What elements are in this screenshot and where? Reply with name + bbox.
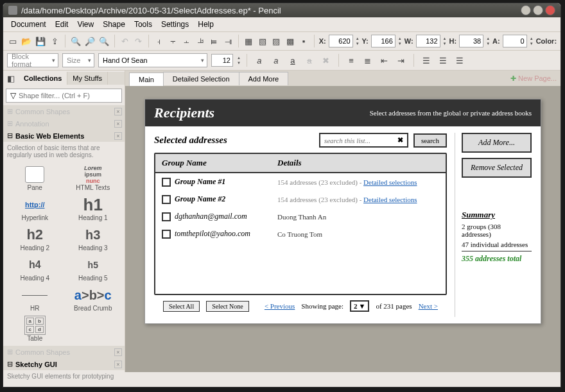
indent-left-icon[interactable]: ⇤ <box>378 54 391 67</box>
block-format-combo[interactable]: Block format <box>7 53 58 67</box>
shape-hr[interactable]: HR <box>8 284 62 313</box>
detailed-link[interactable]: Detailed selections <box>363 196 417 203</box>
a-down[interactable]: ▼ <box>530 41 534 46</box>
shape-h5[interactable]: h5Heading 5 <box>67 254 120 283</box>
search-input[interactable] <box>324 137 395 144</box>
fontsize-down[interactable]: ▼ <box>237 60 241 65</box>
search-box[interactable]: ✖ <box>319 133 408 148</box>
close-icon[interactable]: × <box>114 132 122 140</box>
send-backward-icon[interactable]: ▨ <box>271 35 282 47</box>
new-page-button[interactable]: ✚New Page... <box>510 74 557 83</box>
close-icon[interactable]: × <box>114 120 122 128</box>
section-common-2[interactable]: ⊞ Common Shapes × <box>3 346 125 358</box>
tab-detailed[interactable]: Detailed Selection <box>163 72 239 85</box>
x-down[interactable]: ▼ <box>356 41 360 46</box>
menu-settings[interactable]: Settings <box>157 19 193 30</box>
row-checkbox[interactable] <box>162 230 171 239</box>
panel-toggle-icon[interactable]: ◧ <box>4 72 17 85</box>
shape-filter-input[interactable] <box>19 92 117 99</box>
section-common[interactable]: ⊞ Common Shapes × <box>3 105 125 117</box>
add-more-button[interactable]: Add More... <box>462 133 532 153</box>
h-up[interactable]: ▲ <box>486 36 490 41</box>
tab-my-stuffs[interactable]: My Stuffs <box>67 72 108 85</box>
bring-front-icon[interactable]: ▦ <box>243 35 254 47</box>
text-left-icon[interactable]: ☰ <box>420 54 433 67</box>
undo-icon[interactable]: ↶ <box>119 35 130 47</box>
list-number-icon[interactable]: ≣ <box>361 54 374 67</box>
close-icon[interactable]: × <box>114 108 122 115</box>
align-right-icon[interactable]: ⫠ <box>181 35 192 47</box>
section-sketchy[interactable]: ⊟ Sketchy GUI × <box>3 358 125 370</box>
prev-link[interactable]: < Previous <box>265 302 295 310</box>
list-bullet-icon[interactable]: ≡ <box>345 54 358 67</box>
shape-html-texts[interactable]: LoremipsumnuncHTML Texts <box>67 164 120 192</box>
text-center-icon[interactable]: ☰ <box>437 54 449 67</box>
export-icon[interactable]: ⇪ <box>49 35 60 47</box>
shape-h3[interactable]: h3Heading 3 <box>67 224 120 253</box>
row-checkbox[interactable] <box>162 195 171 204</box>
fontsize-input[interactable] <box>211 54 233 67</box>
next-link[interactable]: Next > <box>419 302 438 310</box>
font-combo[interactable]: Hand Of Sean <box>98 53 207 67</box>
y-input[interactable] <box>371 35 396 47</box>
y-down[interactable]: ▼ <box>398 41 402 46</box>
text-right-icon[interactable]: ☰ <box>453 54 466 67</box>
shape-h4[interactable]: h4Heading 4 <box>8 254 62 283</box>
open-icon[interactable]: 📂 <box>21 35 32 47</box>
w-up[interactable]: ▲ <box>443 36 447 41</box>
shape-filter[interactable]: ▽ <box>6 89 122 103</box>
canvas[interactable]: Recipients Select addresses from the glo… <box>125 86 561 372</box>
a-up[interactable]: ▲ <box>530 36 534 41</box>
strike-icon[interactable]: a <box>303 54 316 67</box>
maximize-button[interactable] <box>533 5 543 15</box>
search-button[interactable]: search <box>413 133 447 148</box>
menu-document[interactable]: Document <box>7 19 50 30</box>
row-checkbox[interactable] <box>162 212 171 221</box>
shape-table[interactable]: abcdTable <box>8 314 62 343</box>
clear-format-icon[interactable]: ✖ <box>320 54 333 67</box>
close-button[interactable] <box>545 5 555 15</box>
detailed-link[interactable]: Detailed selections <box>363 178 417 186</box>
zoom-out-icon[interactable]: 🔍 <box>98 35 110 47</box>
bold-icon[interactable]: a <box>253 54 266 67</box>
size-combo[interactable]: Size <box>62 53 94 67</box>
underline-icon[interactable]: a <box>286 54 299 67</box>
shape-h2[interactable]: h2Heading 2 <box>8 224 62 253</box>
select-none-button[interactable]: Select None <box>206 301 249 312</box>
fontsize-up[interactable]: ▲ <box>237 55 241 60</box>
bring-forward-icon[interactable]: ▧ <box>257 35 268 47</box>
shape-h1[interactable]: h1Heading 1 <box>67 194 120 223</box>
zoom-reset-icon[interactable]: 🔎 <box>84 35 96 47</box>
row-checkbox[interactable] <box>162 178 171 187</box>
y-up[interactable]: ▲ <box>398 36 402 41</box>
italic-icon[interactable]: a <box>270 54 282 67</box>
shape-pane[interactable]: Pane <box>8 164 62 192</box>
shape-breadcrumb[interactable]: a > b > cBread Crumb <box>67 284 120 313</box>
align-center-icon[interactable]: ⫟ <box>168 35 178 47</box>
new-doc-icon[interactable]: ▭ <box>7 35 18 47</box>
redo-icon[interactable]: ↷ <box>133 35 144 47</box>
save-icon[interactable]: 💾 <box>35 35 46 47</box>
minimize-button[interactable] <box>521 5 531 15</box>
menu-view[interactable]: View <box>73 19 98 30</box>
clear-icon[interactable]: ✖ <box>397 136 403 144</box>
align-middle-icon[interactable]: ⫢ <box>209 35 220 47</box>
shape-hyperlink[interactable]: http://Hyperlink <box>8 194 62 223</box>
lock-icon[interactable]: ▪ <box>298 35 309 47</box>
section-annotation[interactable]: ⊞ Annotation × <box>3 117 125 130</box>
close-icon[interactable]: × <box>114 361 122 368</box>
h-down[interactable]: ▼ <box>486 41 490 46</box>
tab-add-more[interactable]: Add More <box>239 72 289 85</box>
tab-main[interactable]: Main <box>129 72 164 86</box>
send-back-icon[interactable]: ▩ <box>284 35 295 47</box>
indent-right-icon[interactable]: ⇥ <box>395 54 408 67</box>
w-input[interactable] <box>416 35 440 47</box>
menu-tools[interactable]: Tools <box>130 19 156 30</box>
close-icon[interactable]: × <box>114 348 122 356</box>
menu-edit[interactable]: Edit <box>51 19 73 30</box>
menu-shape[interactable]: Shape <box>99 19 129 30</box>
zoom-in-icon[interactable]: 🔍 <box>70 35 82 47</box>
align-top-icon[interactable]: ⫡ <box>195 35 206 47</box>
select-all-button[interactable]: Select All <box>163 301 200 312</box>
x-input[interactable] <box>329 35 353 47</box>
